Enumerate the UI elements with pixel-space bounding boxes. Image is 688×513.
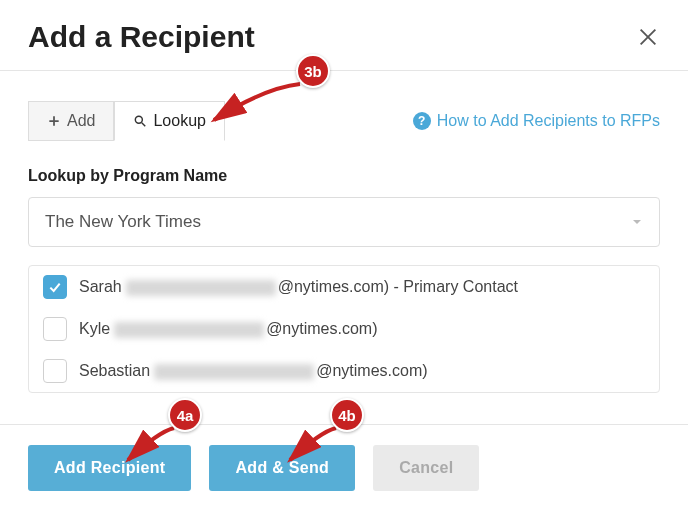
contact-email-suffix: @nytimes.com) (316, 362, 427, 379)
tab-add-label: Add (67, 112, 95, 130)
modal-header: Add a Recipient (0, 0, 688, 70)
contact-text: Sarah@nytimes.com) - Primary Contact (79, 278, 518, 296)
contact-row: Kyle@nytimes.com) (29, 308, 659, 350)
program-select-value: The New York Times (45, 212, 201, 232)
tabs: Add Lookup (28, 101, 225, 141)
cancel-button[interactable]: Cancel (373, 445, 479, 491)
contact-first-name: Sarah (79, 278, 122, 295)
chevron-down-icon (631, 216, 643, 228)
plus-icon (47, 114, 61, 128)
lookup-label: Lookup by Program Name (28, 167, 660, 185)
annotation-badge-4a: 4a (168, 398, 202, 432)
help-icon: ? (413, 112, 431, 130)
contact-checkbox[interactable] (43, 317, 67, 341)
close-icon (637, 26, 659, 48)
redacted-span (154, 364, 314, 380)
contact-row: Sarah@nytimes.com) - Primary Contact (29, 266, 659, 308)
svg-line-3 (142, 123, 146, 127)
contact-first-name: Kyle (79, 320, 110, 337)
search-icon (133, 114, 147, 128)
redacted-span (126, 280, 276, 296)
tab-bar: Add Lookup ? How to Add Recipients to RF… (0, 71, 688, 141)
annotation-badge-3b: 3b (296, 54, 330, 88)
contact-checkbox[interactable] (43, 275, 67, 299)
contact-text: Kyle@nytimes.com) (79, 320, 378, 338)
svg-point-2 (136, 116, 143, 123)
contact-email-suffix: @nytimes.com) (266, 320, 377, 337)
help-link[interactable]: ? How to Add Recipients to RFPs (413, 112, 660, 130)
contact-first-name: Sebastian (79, 362, 150, 379)
tab-lookup-label: Lookup (153, 112, 206, 130)
modal-title: Add a Recipient (28, 20, 255, 54)
close-button[interactable] (636, 25, 660, 49)
contact-text: Sebastian@nytimes.com) (79, 362, 428, 380)
contact-tag: - Primary Contact (389, 278, 518, 295)
check-icon (47, 279, 63, 295)
contact-row: Sebastian@nytimes.com) (29, 350, 659, 392)
annotation-arrow-3b (204, 78, 314, 133)
add-recipient-modal: Add a Recipient Add Lookup ? How to Add … (0, 0, 688, 513)
program-select[interactable]: The New York Times (28, 197, 660, 247)
redacted-span (114, 322, 264, 338)
help-link-text: How to Add Recipients to RFPs (437, 112, 660, 130)
lookup-section: Lookup by Program Name The New York Time… (0, 141, 688, 247)
tab-add[interactable]: Add (28, 101, 114, 140)
contact-email-suffix: @nytimes.com) (278, 278, 389, 295)
annotation-badge-4b: 4b (330, 398, 364, 432)
contact-list: Sarah@nytimes.com) - Primary ContactKyle… (28, 265, 660, 393)
contact-checkbox[interactable] (43, 359, 67, 383)
